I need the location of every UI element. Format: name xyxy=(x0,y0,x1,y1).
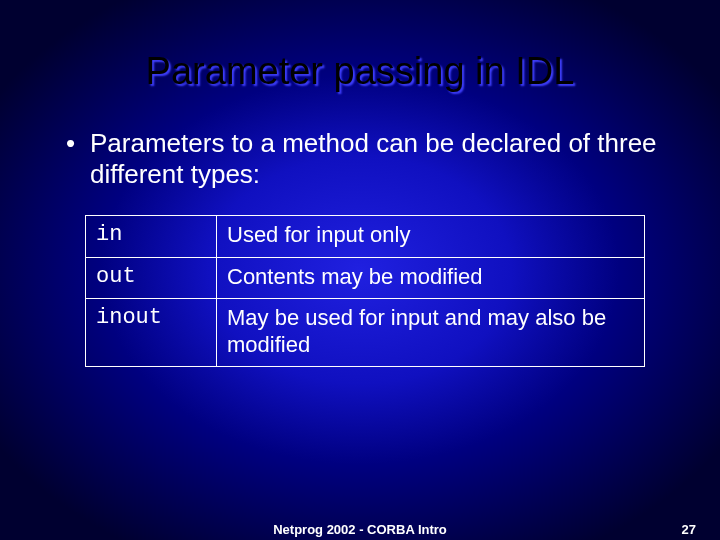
keyword-cell: in xyxy=(86,216,217,257)
keyword-cell: inout xyxy=(86,299,217,367)
bullet-text: Parameters to a method can be declared o… xyxy=(60,128,660,190)
desc-cell: Used for input only xyxy=(217,216,645,257)
keyword-cell: out xyxy=(86,257,217,298)
table-row: in Used for input only xyxy=(86,216,645,257)
table-row: out Contents may be modified xyxy=(86,257,645,298)
param-table: in Used for input only out Contents may … xyxy=(85,215,645,367)
desc-cell: Contents may be modified xyxy=(217,257,645,298)
desc-cell: May be used for input and may also be mo… xyxy=(217,299,645,367)
footer-center: Netprog 2002 - CORBA Intro xyxy=(0,522,720,537)
page-number: 27 xyxy=(682,522,696,537)
table-row: inout May be used for input and may also… xyxy=(86,299,645,367)
slide-title: Parameter passing in IDL xyxy=(60,50,660,93)
slide: Parameter passing in IDL Parameters to a… xyxy=(0,0,720,540)
